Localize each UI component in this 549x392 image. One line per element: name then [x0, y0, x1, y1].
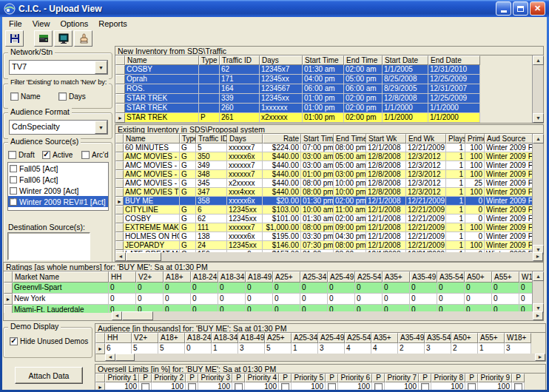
column-header-p[interactable]: P	[186, 374, 198, 382]
column-header[interactable]: Priority 8	[431, 374, 465, 382]
scroll-right-icon[interactable]: ►	[533, 252, 543, 261]
column-header[interactable]: Days	[227, 134, 263, 143]
table-row[interactable]: 60 MINUTESG5xxxxxx7$224.0007:00 pm08:00 …	[115, 143, 532, 152]
source-checkbox[interactable]	[10, 187, 17, 195]
ratings-vscrollbar[interactable]: ▲ ▼	[532, 271, 543, 313]
chevron-down-icon[interactable]: ▼	[95, 121, 107, 134]
draft-checkbox[interactable]: Draft	[8, 151, 35, 159]
table-row[interactable]: AMC MOVIES - TUEG345x2xxxxx$440.0008:00 …	[115, 179, 532, 188]
menu-options[interactable]: Options	[55, 18, 93, 29]
priority-value[interactable]: 100	[152, 382, 186, 390]
column-header-p[interactable]: P	[419, 374, 431, 382]
maximize-button[interactable]	[513, 1, 528, 16]
column-header-p[interactable]: P	[512, 374, 525, 382]
table-row[interactable]: STAR TREK33912345xx01:00 pm02:00 pm12/8/…	[115, 94, 532, 104]
table-row[interactable]: STAR TREK2601xxxxxx01:00 pm02:00 pm1/1/2…	[115, 104, 532, 113]
checkbox-icon[interactable]	[81, 151, 90, 159]
column-header[interactable]: A35-49	[398, 333, 425, 343]
priority-checkbox[interactable]	[468, 383, 476, 391]
table-row[interactable]: AMC MOVIES - SATG350xxxxx6x$440.0003:00 …	[115, 152, 532, 161]
column-header[interactable]: A25+	[265, 333, 292, 343]
view-button[interactable]	[54, 30, 73, 47]
filter-days-checkbox[interactable]: Days	[58, 92, 86, 101]
priority-value[interactable]: 100	[245, 382, 279, 390]
hide-unused-demos-checkbox[interactable]: Hide Unused Demos	[10, 337, 88, 345]
priority-value[interactable]: 100	[105, 382, 139, 390]
column-header[interactable]: Start Wk	[366, 134, 406, 143]
column-header[interactable]: A18-49	[238, 333, 265, 343]
column-header[interactable]: Name	[125, 55, 199, 65]
column-header[interactable]: W18+	[519, 271, 532, 283]
column-header[interactable]: Type	[199, 55, 220, 65]
priority-checkbox[interactable]	[328, 383, 336, 391]
column-header-p[interactable]: P	[232, 374, 245, 382]
column-header[interactable]: Start Time	[303, 55, 344, 65]
scroll-up-icon[interactable]: ▲	[533, 134, 544, 143]
column-header-p[interactable]: P	[279, 374, 292, 382]
retrieve-button[interactable]	[34, 30, 53, 47]
column-header[interactable]: Start Date	[383, 55, 428, 65]
priority-checkbox[interactable]	[141, 383, 149, 391]
chevron-down-icon[interactable]: ▼	[95, 61, 107, 74]
column-header[interactable]: A50+	[451, 333, 478, 343]
table-row[interactable]: COSBY6212345x701:30 am02:00 am1/1/200512…	[115, 65, 532, 75]
column-header[interactable]: A18-34	[212, 333, 238, 343]
column-header[interactable]: Name	[124, 134, 180, 143]
table-row[interactable]: JEOPARDYG2412345xx$146.0007:30 pm08:00 p…	[115, 241, 532, 250]
column-header[interactable]: A25+	[273, 271, 300, 283]
column-header[interactable]: Market Name	[13, 271, 109, 283]
column-header[interactable]: Priority 4	[245, 374, 279, 382]
column-header[interactable]: V2+	[136, 271, 164, 283]
close-button[interactable]: ✕	[530, 1, 545, 16]
column-header[interactable]: A18-49	[246, 271, 273, 283]
table-row[interactable]: Greenvll-Spart0000000000000000	[4, 283, 532, 294]
checkbox-icon[interactable]	[10, 92, 18, 101]
column-header[interactable]: End Date	[428, 55, 480, 65]
column-header[interactable]: A35-49	[410, 271, 437, 283]
network-combo[interactable]: TV7 ▼	[9, 60, 108, 75]
checkbox-icon[interactable]	[8, 151, 16, 159]
list-item[interactable]: Winter 2009 REV#1 [Act]	[8, 196, 108, 207]
table-row[interactable]: ►100100100100100100100100100	[95, 382, 545, 390]
column-header[interactable]: A55+	[478, 333, 505, 343]
column-header[interactable]: V2+	[132, 333, 158, 343]
column-header[interactable]: W18+	[505, 333, 531, 343]
scroll-down-icon[interactable]: ▼	[533, 113, 544, 123]
column-header[interactable]: Plays	[446, 134, 465, 143]
column-header-p[interactable]: P	[326, 374, 338, 382]
audience-sources-list[interactable]: Fall05 [Act]Fall06 [Act]Winter 2009 [Act…	[7, 162, 109, 211]
table-row[interactable]: ►BUY ME358xxxxx6x$20.0001:30 pm02:00 pm1…	[115, 197, 532, 206]
source-checkbox[interactable]	[10, 198, 17, 206]
scroll-up-icon[interactable]: ▲	[533, 55, 544, 65]
column-header[interactable]: Start Time	[301, 134, 334, 143]
column-header[interactable]: End Time	[344, 55, 383, 65]
column-header-p[interactable]: P	[372, 374, 385, 382]
new-inventory-vscrollbar[interactable]: ▲ ▼	[532, 55, 543, 123]
table-row[interactable]: ►New York0000000000000000	[4, 294, 532, 305]
minimize-button[interactable]	[496, 1, 511, 16]
column-header[interactable]: A18-34	[218, 271, 246, 283]
table-row[interactable]: ROS.164123456706:00 am06:00 am8/29/20051…	[115, 84, 532, 94]
scroll-left-icon[interactable]: ◄	[105, 354, 115, 361]
column-header[interactable]: HH	[109, 271, 136, 283]
audience-hscrollbar[interactable]: ◄ ►	[105, 354, 545, 361]
column-header[interactable]: Traffic ID	[196, 134, 227, 143]
scroll-up-icon[interactable]: ▲	[533, 271, 544, 281]
priority-checkbox[interactable]	[514, 383, 522, 391]
column-header[interactable]: A25-34	[292, 333, 318, 343]
scroll-thumb[interactable]	[115, 354, 135, 361]
priority-checkbox[interactable]	[374, 383, 383, 391]
column-header[interactable]: A25-54	[345, 333, 371, 343]
table-row[interactable]: Oprah17112345xx04:00 pm05:00 pm8/25/2008…	[115, 75, 532, 84]
priority-checkbox[interactable]	[421, 383, 429, 391]
column-header[interactable]: Traffic ID	[220, 55, 260, 65]
column-header[interactable]: A50+	[465, 271, 492, 283]
priority-value[interactable]: 100	[478, 382, 512, 390]
checkbox-icon[interactable]	[42, 151, 50, 159]
ratings-hscrollbar[interactable]: ◄ ►	[112, 311, 543, 320]
column-header[interactable]: A35+	[371, 333, 398, 343]
scroll-thumb[interactable]	[122, 311, 153, 320]
priority-checkbox[interactable]	[235, 383, 243, 391]
list-item[interactable]: Fall06 [Act]	[8, 174, 108, 185]
column-header[interactable]: Aud Source	[485, 134, 532, 143]
